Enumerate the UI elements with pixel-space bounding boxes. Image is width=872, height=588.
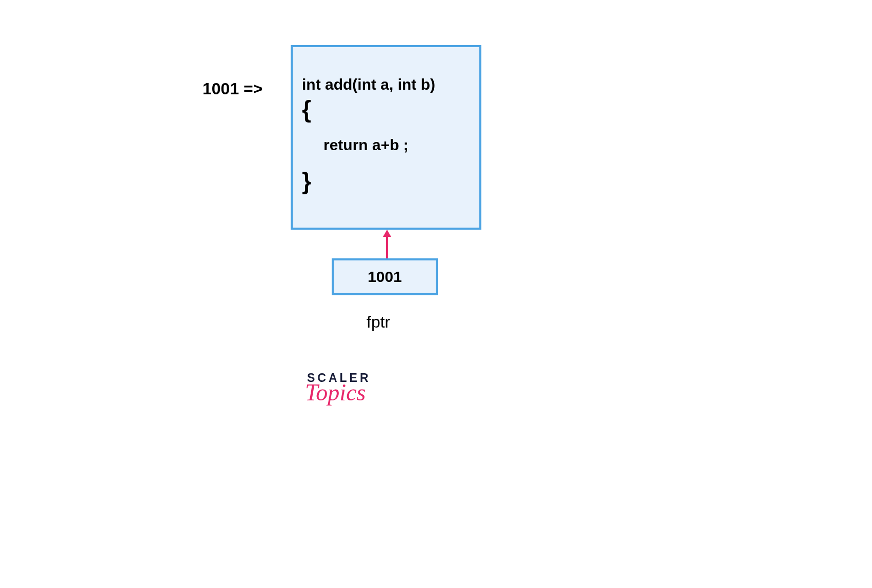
- pointer-arrow: [385, 230, 389, 260]
- function-code-box: int add(int a, int b) { return a+b ; }: [291, 45, 481, 230]
- memory-address-label: 1001 =>: [202, 79, 262, 98]
- function-body: return a+b ;: [302, 136, 470, 154]
- close-brace: }: [302, 169, 470, 193]
- pointer-value-box: 1001: [332, 258, 438, 295]
- arrow-line: [386, 234, 388, 260]
- function-pointer-diagram: 1001 => int add(int a, int b) { return a…: [0, 0, 872, 588]
- pointer-variable-name: fptr: [367, 313, 390, 332]
- pointer-stored-address: 1001: [368, 268, 402, 286]
- scaler-topics-logo: SCALER Topics: [307, 372, 371, 404]
- logo-bottom-text: Topics: [305, 381, 371, 404]
- open-brace: {: [302, 97, 470, 121]
- function-signature: int add(int a, int b): [302, 76, 470, 93]
